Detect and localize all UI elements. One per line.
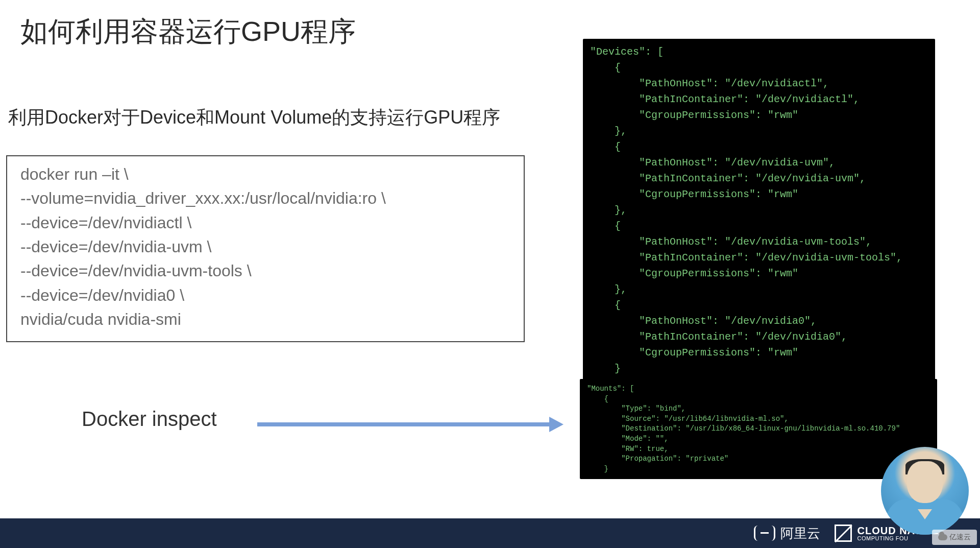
slide-title: 如何利用容器运行GPU程序 bbox=[20, 13, 356, 51]
code-line: --volume=nvidia_driver_xxx.xx:/usr/local… bbox=[20, 186, 510, 210]
cncf-subtitle: COMPUTING FOU bbox=[857, 536, 939, 541]
arrow-icon bbox=[257, 420, 564, 429]
watermark-badge: 亿速云 bbox=[932, 530, 977, 545]
speaker-avatar bbox=[881, 447, 969, 535]
mounts-json-output: "Mounts": [ { "Type": "bind", "Source": … bbox=[580, 379, 937, 479]
code-line: --device=/dev/nvidia-uvm \ bbox=[20, 235, 510, 259]
aliyun-brand: 阿里云 bbox=[754, 525, 820, 542]
watermark-text: 亿速云 bbox=[949, 533, 971, 542]
cloud-icon bbox=[938, 534, 947, 540]
code-line: docker run –it \ bbox=[20, 162, 510, 186]
code-line: --device=/dev/nvidiactl \ bbox=[20, 211, 510, 235]
cncf-logo-icon bbox=[835, 525, 852, 542]
aliyun-text: 阿里云 bbox=[780, 525, 820, 542]
code-line: --device=/dev/nvidia-uvm-tools \ bbox=[20, 259, 510, 283]
docker-run-code: docker run –it \ --volume=nvidia_driver_… bbox=[6, 155, 525, 342]
footer-bar: 阿里云 CLOUD NATIVE COMPUTING FOU bbox=[0, 518, 980, 548]
code-line: nvidia/cuda nvidia-smi bbox=[20, 307, 510, 331]
code-line: --device=/dev/nvidia0 \ bbox=[20, 283, 510, 307]
devices-json-output: "Devices": [ { "PathOnHost": "/dev/nvidi… bbox=[583, 39, 935, 397]
slide: 如何利用容器运行GPU程序 利用Docker对于Device和Mount Vol… bbox=[0, 0, 980, 548]
docker-inspect-label: Docker inspect bbox=[82, 408, 217, 431]
slide-subtitle: 利用Docker对于Device和Mount Volume的支持运行GPU程序 bbox=[8, 105, 500, 130]
aliyun-logo-icon bbox=[754, 526, 775, 541]
